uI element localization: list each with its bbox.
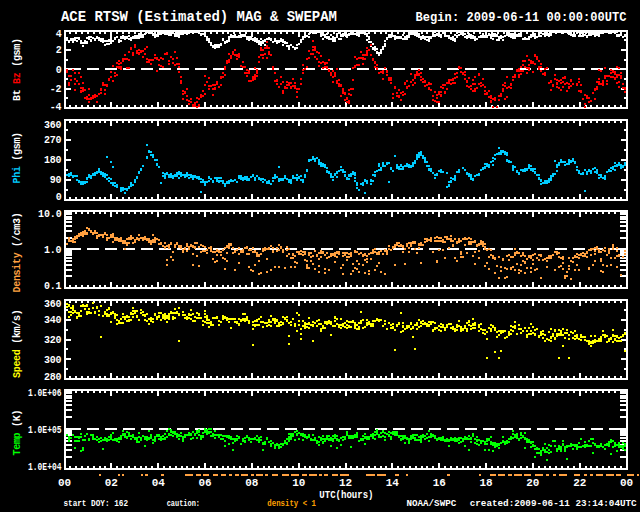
svg-text:1.0E+06: 1.0E+06 bbox=[28, 388, 62, 399]
svg-text:14: 14 bbox=[386, 477, 400, 489]
svg-text:Begin: 2009-06-11 00:00:00UTC: Begin: 2009-06-11 00:00:00UTC bbox=[416, 11, 627, 25]
svg-text:280: 280 bbox=[44, 372, 62, 383]
svg-text:Density (/cm3): Density (/cm3) bbox=[12, 213, 23, 293]
svg-text:Speed (km/s): Speed (km/s) bbox=[12, 310, 23, 378]
svg-text:90: 90 bbox=[50, 175, 62, 186]
svg-text:00: 00 bbox=[620, 477, 633, 489]
svg-text:start DOY: 162: start DOY: 162 bbox=[63, 499, 128, 509]
svg-text:1.0E+05: 1.0E+05 bbox=[28, 425, 62, 436]
svg-text:360: 360 bbox=[44, 299, 62, 310]
svg-text:created:2009-06-11 23:14:04UTC: created:2009-06-11 23:14:04UTC bbox=[470, 498, 637, 509]
svg-text:320: 320 bbox=[44, 335, 62, 346]
svg-text:20: 20 bbox=[526, 477, 539, 489]
svg-text:0.1: 0.1 bbox=[44, 281, 62, 292]
svg-text:NOAA/SWPC: NOAA/SWPC bbox=[407, 498, 457, 509]
svg-text:Temp (K): Temp (K) bbox=[12, 410, 23, 456]
svg-text:4: 4 bbox=[56, 29, 62, 40]
svg-text:1.0E+04: 1.0E+04 bbox=[28, 462, 62, 473]
svg-text:1.0: 1.0 bbox=[44, 245, 62, 256]
svg-text:Bt Bz (gsm): Bt Bz (gsm) bbox=[12, 38, 23, 101]
svg-text:300: 300 bbox=[44, 355, 62, 366]
svg-text:22: 22 bbox=[573, 477, 586, 489]
svg-text:2: 2 bbox=[56, 45, 62, 56]
svg-text:360: 360 bbox=[44, 120, 62, 131]
svg-text:04: 04 bbox=[152, 477, 166, 489]
svg-text:06: 06 bbox=[198, 477, 211, 489]
svg-text:-4: -4 bbox=[50, 102, 62, 113]
svg-text:caution:: caution: bbox=[167, 499, 200, 509]
svg-text:08: 08 bbox=[245, 477, 259, 489]
svg-text:density < 1: density < 1 bbox=[267, 499, 316, 509]
svg-text:00: 00 bbox=[58, 477, 71, 489]
svg-text:Phi (gsm): Phi (gsm) bbox=[12, 132, 23, 183]
svg-text:340: 340 bbox=[44, 315, 62, 326]
svg-text:UTC(hours): UTC(hours) bbox=[319, 490, 373, 501]
svg-text:0: 0 bbox=[56, 192, 62, 203]
svg-text:02: 02 bbox=[105, 477, 118, 489]
svg-text:16: 16 bbox=[433, 477, 446, 489]
svg-text:270: 270 bbox=[44, 135, 62, 146]
svg-text:ACE RTSW (Estimated) MAG & SWE: ACE RTSW (Estimated) MAG & SWEPAM bbox=[61, 9, 337, 25]
svg-text:-2: -2 bbox=[50, 84, 62, 95]
svg-text:0: 0 bbox=[56, 65, 62, 76]
svg-text:18: 18 bbox=[479, 477, 493, 489]
svg-text:10: 10 bbox=[292, 477, 305, 489]
svg-text:10.0: 10.0 bbox=[38, 209, 62, 220]
svg-text:12: 12 bbox=[339, 477, 352, 489]
svg-text:180: 180 bbox=[44, 155, 62, 166]
